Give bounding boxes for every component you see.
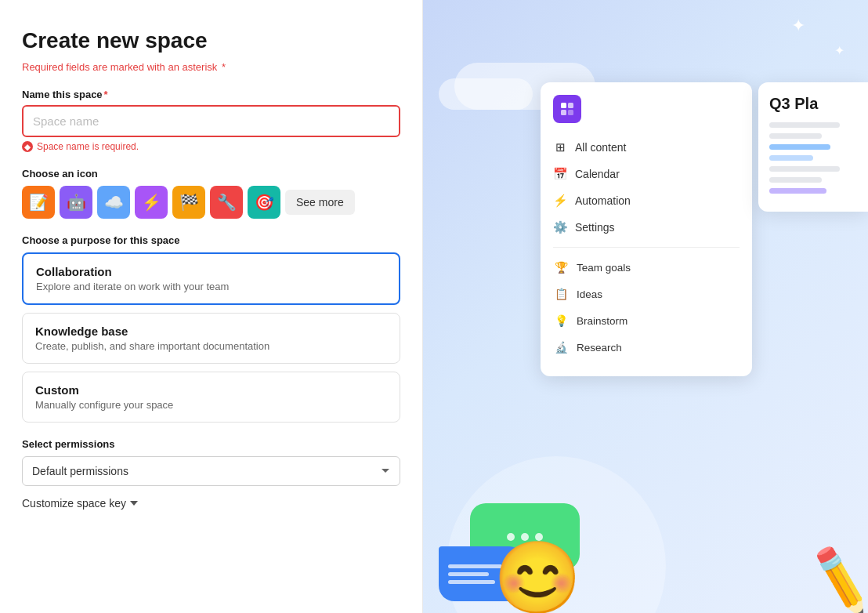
pencil-icon: ✏️ [801,541,868,613]
emoji-face-illustration: 😊 [494,542,581,613]
customize-space-key[interactable]: Customize space key [22,497,400,510]
sidebar-sub-item-ideas[interactable]: 📋 Ideas [541,281,752,307]
placeholder-line-6 [769,177,822,183]
required-note-text: Required fields are marked with an aster… [22,61,217,73]
permissions-select[interactable]: Default permissions [22,456,400,486]
sidebar-logo [553,95,581,123]
icon-btn-7[interactable]: 🎯 [248,186,280,219]
sidebar-item-settings[interactable]: ⚙️ Settings [541,214,752,241]
settings-label: Settings [575,221,615,234]
page-title: Create new space [22,28,400,53]
purpose-desc-custom: Manually configure your space [35,399,387,411]
svg-rect-1 [568,103,573,108]
svg-rect-3 [568,110,573,115]
icon-label: Choose an icon [22,168,400,180]
purpose-card-collaboration[interactable]: Collaboration Explore and iterate on wor… [22,252,400,305]
customize-key-label: Customize space key [22,497,126,510]
ideas-icon: 📋 [553,286,569,302]
icon-btn-3[interactable]: ☁️ [97,186,130,219]
calendar-icon: 📅 [553,167,567,181]
sidebar-item-automation[interactable]: ⚡ Automation [541,187,752,214]
error-icon: ◆ [22,141,33,152]
purpose-desc-knowledge-base: Create, publish, and share important doc… [35,340,387,352]
research-label: Research [577,342,622,354]
cloud-decoration-2 [439,78,533,110]
sidebar-sub-item-research[interactable]: 🔬 Research [541,334,752,361]
icon-btn-1[interactable]: 📝 [22,186,55,219]
all-content-icon: ⊞ [553,140,567,154]
placeholder-line-7 [769,188,826,194]
placeholder-line-3 [769,144,830,150]
calendar-label: Calendar [575,168,620,180]
icon-btn-4[interactable]: ⚡ [135,186,168,219]
permissions-label: Select permissions [22,438,400,450]
sidebar-card-preview: ⊞ All content 📅 Calendar ⚡ Automation ⚙️… [541,82,752,376]
automation-label: Automation [575,194,631,207]
sidebar-item-all-content[interactable]: ⊞ All content [541,134,752,161]
placeholder-line-4 [769,155,813,161]
sidebar-divider [553,247,740,248]
purpose-title-custom: Custom [35,383,387,397]
name-field-group: Name this space* ◆ Space name is require… [22,89,400,152]
partial-card-preview: Q3 Pla [758,82,868,212]
permissions-section: Select permissions Default permissions [22,438,400,486]
icon-btn-2[interactable]: 🤖 [60,186,92,219]
placeholder-line-5 [769,166,840,172]
sidebar-sub-item-team-goals[interactable]: 🏆 Team goals [541,254,752,281]
left-panel: Create new space Required fields are mar… [0,0,423,613]
space-name-input[interactable] [22,105,400,137]
automation-icon: ⚡ [553,194,567,208]
placeholder-line-2 [769,133,822,139]
settings-icon: ⚙️ [553,220,567,234]
required-asterisk: * [222,61,226,73]
purpose-desc-collaboration: Explore and iterate on work with your te… [36,281,386,292]
purpose-title-knowledge-base: Knowledge base [35,325,387,338]
all-content-label: All content [575,141,626,154]
required-note: Required fields are marked with an aster… [22,61,400,73]
purpose-card-knowledge-base[interactable]: Knowledge base Create, publish, and shar… [22,313,400,364]
purpose-section: Choose a purpose for this space Collabor… [22,234,400,423]
name-error: ◆ Space name is required. [22,141,400,152]
bubble-line-2 [448,572,489,576]
partial-card-title: Q3 Pla [769,95,857,113]
research-icon: 🔬 [553,339,569,355]
bubble-line-3 [448,580,495,584]
icon-btn-6[interactable]: 🔧 [210,186,243,219]
icon-row: 📝 🤖 ☁️ ⚡ 🏁 🔧 🎯 See more [22,186,400,219]
purpose-card-custom[interactable]: Custom Manually configure your space [22,372,400,423]
team-goals-icon: 🏆 [553,259,569,275]
chevron-down-icon [130,501,138,506]
purpose-label: Choose a purpose for this space [22,234,400,246]
svg-rect-2 [561,110,566,115]
brainstorm-icon: 💡 [553,313,569,328]
team-goals-label: Team goals [577,262,631,274]
sparkle-icon-2: ✦ [834,43,844,58]
purpose-title-collaboration: Collaboration [36,265,386,278]
right-panel: ✦ ✦ 😊 🚀 ✏️ ⊞ [423,0,868,613]
brainstorm-label: Brainstorm [577,315,627,327]
sidebar-item-calendar[interactable]: 📅 Calendar [541,161,752,187]
see-more-button[interactable]: See more [285,190,355,215]
sparkle-icon-1: ✦ [791,16,805,36]
sidebar-sub-item-brainstorm[interactable]: 💡 Brainstorm [541,307,752,334]
placeholder-line-1 [769,122,840,128]
name-field-label: Name this space* [22,89,400,100]
ideas-label: Ideas [577,288,602,300]
svg-rect-0 [561,103,566,108]
icon-btn-5[interactable]: 🏁 [172,186,205,219]
